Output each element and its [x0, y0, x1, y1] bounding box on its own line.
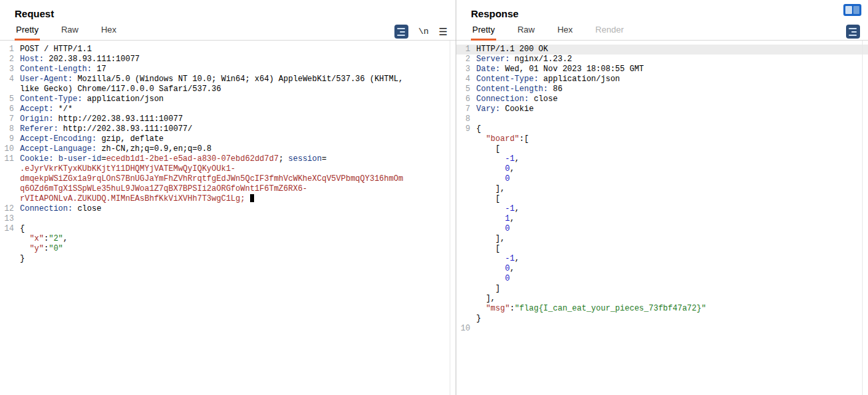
code-text: Cookie: b-user-id=ecedb1d1-2be1-e5ad-a83… [20, 154, 404, 204]
code-segment: Content-Length: [476, 84, 548, 94]
code-segment: Wed, 01 Nov 2023 18:08:55 GMT [500, 65, 644, 74]
code-segment [476, 134, 486, 144]
code-line: 7Vary: Cookie [456, 104, 868, 114]
request-title: Request [15, 8, 54, 19]
tab-request-hex[interactable]: Hex [100, 22, 118, 41]
pretty-print-icon[interactable] [846, 25, 860, 39]
line-number: 4 [456, 74, 476, 84]
code-line: 1, [456, 214, 868, 224]
code-line: "x":"2", [0, 234, 456, 244]
line-number: 1 [456, 45, 476, 55]
code-text: -1, [476, 154, 519, 164]
code-segment: close [529, 94, 557, 104]
code-segment: gzip, deflate [96, 134, 164, 144]
response-editor[interactable]: 1HTTP/1.1 200 OK2Server: nginx/1.23.23Da… [456, 41, 868, 395]
code-text: 0, [476, 264, 515, 274]
code-segment: b-user-id [59, 154, 102, 164]
code-line: [ [456, 144, 868, 154]
layout-columns-icon-pane [853, 6, 860, 14]
code-segment: ecedb1d1-2be1-e5ad-a830-07ebd62dd7d7 [106, 154, 279, 164]
code-segment: , [515, 204, 519, 213]
code-segment: Date: [476, 65, 500, 74]
line-number: 7 [0, 114, 20, 124]
code-line: 10Accept-Language: zh-CN,zh;q=0.9,en;q=0… [0, 144, 456, 154]
code-line: -1, [456, 154, 868, 164]
code-text: Host: 202.38.93.111:10077 [20, 55, 140, 65]
pretty-print-icon[interactable] [394, 25, 408, 39]
code-line: } [456, 314, 868, 324]
code-text: Referer: http://202.38.93.111:10077/ [20, 124, 192, 134]
code-segment [476, 264, 505, 273]
code-segment: Server: [476, 55, 509, 64]
code-segment: } [476, 314, 481, 323]
line-number: 3 [0, 65, 20, 74]
tab-request-pretty[interactable]: Pretty [15, 22, 40, 41]
code-segment: 86 [548, 84, 563, 94]
code-line: -1, [456, 254, 868, 264]
tab-response-raw[interactable]: Raw [516, 22, 536, 41]
line-number: 1 [0, 45, 20, 55]
code-text: -1, [476, 204, 519, 214]
code-segment: , [515, 154, 519, 164]
text-cursor [250, 194, 254, 202]
code-line: 1HTTP/1.1 200 OK [456, 45, 868, 55]
code-segment: Origin: [20, 114, 53, 124]
code-segment: { [476, 124, 481, 134]
code-segment: 202.38.93.111:10077 [44, 55, 140, 64]
line-number: 2 [456, 55, 476, 65]
code-segment: -1 [505, 204, 514, 213]
code-line: 1POST / HTTP/1.1 [0, 45, 456, 55]
code-segment: User-Agent: [20, 74, 72, 84]
line-number: 6 [456, 94, 476, 104]
code-segment: { [20, 224, 25, 233]
code-segment: Accept-Encoding: [20, 134, 96, 144]
code-segment: zh-CN,zh;q=0.9,en;q=0.8 [96, 144, 212, 154]
code-line: 3Date: Wed, 01 Nov 2023 18:08:55 GMT [456, 65, 868, 74]
code-segment [20, 234, 29, 243]
line-number: 13 [0, 214, 20, 224]
code-segment [476, 174, 505, 184]
code-segment: Accept-Language: [20, 144, 96, 154]
line-number: 11 [0, 154, 20, 164]
newline-toggle-icon[interactable]: \n [418, 27, 429, 37]
menu-icon[interactable]: ☰ [439, 27, 448, 37]
code-segment: ], [476, 184, 505, 194]
code-segment: Content-Type: [476, 74, 539, 84]
response-panel: Response Pretty Raw Hex Render 1HTTP/1.1… [456, 0, 868, 395]
layout-columns-icon[interactable] [843, 4, 861, 16]
response-toolbar [846, 25, 860, 39]
line-number: 4 [0, 74, 20, 84]
code-segment: "0" [49, 244, 63, 253]
code-segment [476, 254, 505, 263]
response-title: Response [471, 8, 519, 19]
code-text: 0 [476, 224, 509, 234]
line-number: 7 [456, 104, 476, 114]
code-segment [245, 194, 249, 203]
code-line: 5Content-Length: 86 [456, 84, 868, 94]
code-segment: nginx/1.23.2 [509, 55, 572, 64]
code-line: 2Host: 202.38.93.111:10077 [0, 55, 456, 65]
tab-request-raw[interactable]: Raw [60, 22, 80, 41]
code-line: ], [456, 234, 868, 244]
code-segment: ] [476, 284, 500, 293]
code-line: 4Content-Type: application/json [456, 74, 868, 84]
code-segment: */* [53, 104, 72, 114]
code-line: "y":"0" [0, 244, 456, 254]
pretty-print-icon-line [849, 35, 857, 36]
code-segment: "y" [29, 244, 44, 253]
code-segment: , [509, 214, 514, 223]
code-text: "x":"2", [20, 234, 68, 244]
layout-columns-icon-pane [845, 6, 852, 14]
code-segment: [ [476, 194, 500, 203]
code-text: Vary: Cookie [476, 104, 533, 114]
code-segment: = [101, 154, 106, 164]
code-text: Server: nginx/1.23.2 [476, 55, 572, 65]
line-number: 12 [0, 204, 20, 214]
code-text: [ [476, 144, 500, 154]
request-header: Request [0, 0, 456, 23]
request-editor[interactable]: 1POST / HTTP/1.12Host: 202.38.93.111:100… [0, 41, 456, 395]
code-text: ], [476, 234, 505, 244]
tab-response-hex[interactable]: Hex [556, 22, 574, 41]
tab-response-pretty[interactable]: Pretty [471, 22, 496, 41]
code-segment: application/json [82, 94, 164, 104]
